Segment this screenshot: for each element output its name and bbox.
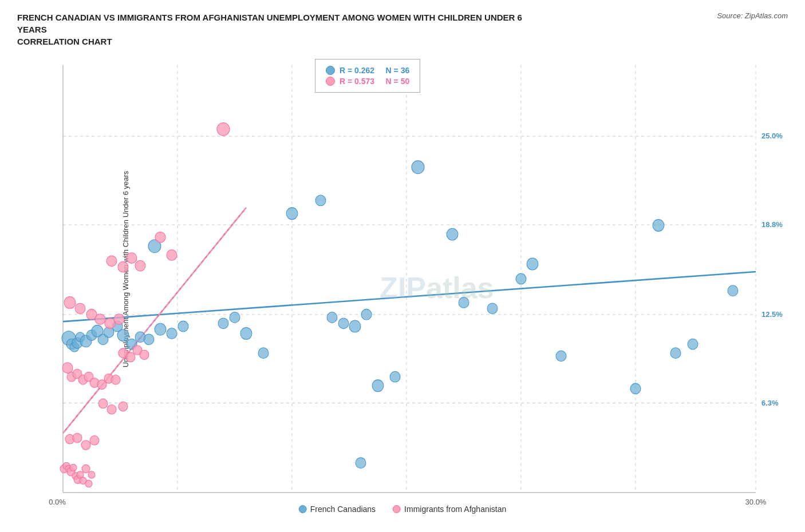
svg-point-47	[338, 318, 349, 329]
svg-point-38	[178, 321, 188, 332]
svg-line-18	[63, 272, 756, 321]
svg-point-107	[98, 399, 108, 408]
svg-text:30.0%: 30.0%	[745, 498, 767, 506]
svg-point-106	[90, 435, 99, 445]
legend-afghanistan-label: Immigrants from Afghanistan	[404, 505, 506, 514]
legend-blue-dot	[326, 66, 335, 75]
svg-point-63	[372, 380, 384, 392]
svg-point-32	[117, 329, 129, 342]
bottom-legend: French Canadians Immigrants from Afghani…	[299, 505, 507, 514]
svg-point-55	[527, 258, 538, 270]
svg-point-45	[315, 195, 326, 206]
legend-item-french: French Canadians	[299, 505, 376, 514]
svg-point-98	[127, 253, 137, 264]
svg-point-104	[73, 433, 82, 443]
legend-pink-text: R = 0.573 N = 50	[340, 77, 409, 86]
svg-point-102	[167, 250, 177, 261]
svg-point-43	[258, 348, 269, 359]
page-container: FRENCH CANADIAN VS IMMIGRANTS FROM AFGHA…	[0, 0, 805, 532]
svg-point-96	[106, 256, 117, 267]
svg-point-91	[75, 303, 85, 314]
legend-box: R = 0.262 N = 36 R = 0.573 N = 50	[315, 59, 420, 93]
legend-blue-n: N = 36	[386, 66, 410, 75]
svg-point-51	[447, 228, 458, 240]
svg-point-69	[70, 464, 77, 471]
svg-point-40	[218, 318, 228, 329]
legend-pink-r: R = 0.573	[340, 77, 374, 86]
svg-point-105	[81, 440, 90, 450]
svg-point-44	[286, 208, 298, 220]
legend-blue-r: R = 0.262	[340, 66, 374, 75]
svg-text:25.0%: 25.0%	[761, 132, 783, 140]
svg-point-74	[82, 464, 90, 473]
legend-row-pink: R = 0.573 N = 50	[326, 77, 409, 86]
svg-point-93	[95, 314, 105, 325]
legend-afghanistan-dot	[393, 505, 401, 513]
svg-point-46	[327, 312, 337, 323]
svg-point-90	[64, 297, 76, 309]
svg-point-89	[140, 350, 149, 360]
svg-point-37	[167, 328, 177, 339]
svg-point-53	[487, 303, 498, 314]
svg-point-85	[111, 375, 120, 385]
svg-point-77	[62, 363, 73, 374]
svg-point-35	[144, 334, 154, 345]
svg-point-36	[155, 323, 166, 335]
svg-point-60	[688, 339, 698, 350]
title-line1: FRENCH CANADIAN VS IMMIGRANTS FROM AFGHA…	[17, 13, 522, 34]
legend-french-dot	[299, 505, 307, 513]
svg-point-62	[356, 458, 366, 469]
svg-point-58	[653, 220, 664, 232]
svg-point-61	[728, 285, 738, 296]
svg-point-76	[88, 471, 95, 478]
svg-point-109	[119, 402, 128, 411]
legend-french-label: French Canadians	[310, 505, 376, 514]
legend-item-afghanistan: Immigrants from Afghanistan	[393, 505, 506, 514]
svg-point-99	[135, 260, 145, 271]
chart-title: FRENCH CANADIAN VS IMMIGRANTS FROM AFGHA…	[17, 11, 532, 47]
svg-point-42	[240, 328, 252, 340]
svg-text:18.8%: 18.8%	[761, 220, 783, 229]
svg-point-54	[516, 273, 526, 284]
svg-point-75	[85, 480, 92, 487]
legend-pink-n: N = 50	[386, 77, 410, 86]
title-line2: CORRELATION CHART	[17, 37, 112, 46]
svg-point-48	[349, 320, 361, 332]
svg-point-57	[630, 383, 641, 394]
svg-point-101	[155, 232, 165, 243]
svg-text:6.3%: 6.3%	[761, 398, 779, 407]
svg-point-64	[390, 371, 400, 382]
legend-blue-text: R = 0.262 N = 36	[340, 66, 409, 75]
svg-point-94	[105, 318, 115, 329]
svg-point-87	[126, 352, 135, 362]
svg-text:12.5%: 12.5%	[761, 310, 783, 319]
svg-point-108	[107, 404, 116, 414]
chart-area: R = 0.262 N = 36 R = 0.573 N = 50 ZIPatl…	[17, 53, 788, 522]
svg-point-50	[412, 161, 424, 174]
source-label: Source: ZipAtlas.com	[717, 11, 788, 20]
svg-text:0.0%: 0.0%	[49, 498, 66, 506]
svg-point-41	[230, 312, 240, 323]
svg-point-52	[459, 297, 469, 308]
legend-pink-dot	[326, 77, 335, 86]
svg-point-59	[670, 348, 681, 359]
main-chart-svg: 25.0% 18.8% 12.5% 6.3% 0.0% 30.0%	[17, 53, 788, 522]
svg-point-95	[114, 314, 124, 325]
svg-point-49	[361, 309, 372, 320]
legend-row-blue: R = 0.262 N = 36	[326, 66, 409, 75]
svg-point-97	[118, 261, 128, 272]
svg-point-100	[217, 122, 230, 136]
svg-point-56	[556, 351, 566, 362]
